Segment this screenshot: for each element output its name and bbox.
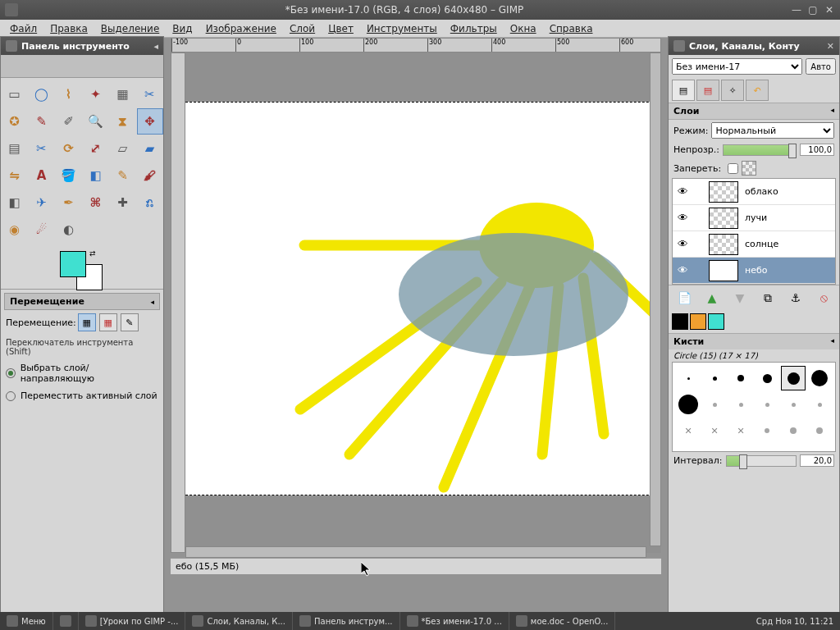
menu-view[interactable]: Вид <box>166 21 199 36</box>
auto-button[interactable]: Авто <box>806 58 836 75</box>
chevron-icon[interactable]: ◂ <box>830 336 834 347</box>
canvas-area[interactable] <box>185 52 661 553</box>
taskbar-show-desktop[interactable] <box>53 612 79 630</box>
tool-perspective-clone[interactable]: ⎌ <box>137 189 163 216</box>
brush-preset[interactable] <box>755 418 779 443</box>
blend-mode-select[interactable]: Нормальный <box>711 122 834 139</box>
brush-preset[interactable] <box>702 366 727 390</box>
fg-color-swatch[interactable] <box>60 251 86 277</box>
layer-item-облако[interactable]: 👁облако <box>673 179 835 205</box>
layer-thumbnail[interactable] <box>709 234 738 255</box>
brush-preset[interactable]: ✕ <box>676 418 701 443</box>
tool-align[interactable]: ▤ <box>2 135 28 162</box>
layer-thumbnail[interactable] <box>709 260 738 281</box>
layer-item-небо[interactable]: 👁небо <box>673 258 835 284</box>
chevron-icon[interactable]: ◂ <box>150 298 154 306</box>
tool-by-color-select[interactable]: ▦ <box>110 81 136 107</box>
raise-layer-button[interactable]: ▲ <box>703 289 721 307</box>
tool-ellipse-select[interactable]: ◯ <box>29 81 55 107</box>
taskbar-window-button[interactable]: [Уроки по GIMP -... <box>79 612 186 630</box>
delete-layer-button[interactable]: ⦸ <box>815 289 833 307</box>
menu-image[interactable]: Изображение <box>199 21 283 36</box>
taskbar-window-button[interactable]: *Без имени-17.0 ... <box>400 612 509 630</box>
lock-alpha-icon[interactable] <box>742 161 756 176</box>
tool-airbrush[interactable]: ✈ <box>29 189 55 216</box>
tool-pencil[interactable]: ✎ <box>110 162 136 189</box>
menu-windows[interactable]: Окна <box>504 21 543 36</box>
opacity-value[interactable]: 100,0 <box>800 144 834 156</box>
color-swatch[interactable] <box>690 313 706 330</box>
chevron-icon[interactable]: ◂ <box>830 106 834 116</box>
brush-preset[interactable] <box>702 392 727 417</box>
tool-foreground-select[interactable]: ✪ <box>2 108 28 135</box>
layer-item-лучи[interactable]: 👁лучи <box>673 205 835 231</box>
opacity-slider[interactable] <box>723 144 797 156</box>
menu-colors[interactable]: Цвет <box>322 21 360 36</box>
anchor-layer-button[interactable]: ⚓ <box>787 289 805 307</box>
menu-layer[interactable]: Слой <box>283 21 322 36</box>
tool-bucket-fill[interactable]: 🪣 <box>56 162 82 189</box>
tool-blur[interactable]: ◉ <box>2 217 28 243</box>
interval-slider[interactable] <box>726 455 797 467</box>
scrollbar-vertical[interactable] <box>650 52 661 546</box>
ruler-horizontal[interactable]: -1000100200300400500600 <box>171 38 661 52</box>
tool-scale[interactable]: ⤢ <box>83 135 109 162</box>
tool-rotate[interactable]: ⟳ <box>56 135 82 162</box>
tab-channels[interactable]: ▤ <box>696 80 719 101</box>
tool-smudge[interactable]: ☄ <box>29 217 55 243</box>
visibility-toggle-icon[interactable]: 👁 <box>673 185 692 198</box>
brush-preset[interactable] <box>807 418 832 443</box>
layer-name[interactable]: лучи <box>745 212 767 223</box>
new-layer-button[interactable]: 📄 <box>675 289 693 307</box>
tool-blend[interactable]: ◧ <box>83 162 109 189</box>
move-mode-selection-icon[interactable]: ▦ <box>99 313 117 331</box>
tool-rect-select[interactable]: ▭ <box>2 81 28 107</box>
scrollbar-horizontal[interactable] <box>185 546 646 558</box>
layers-dock-title[interactable]: Слои, Каналы, Конту ✕ <box>669 37 839 55</box>
taskbar-clock[interactable]: Срд Ноя 10, 11:21 <box>750 615 840 628</box>
tool-zoom[interactable]: 🔍 <box>83 108 109 135</box>
brush-preset[interactable] <box>807 392 832 417</box>
brush-preset[interactable] <box>676 366 701 390</box>
move-mode-layer-icon[interactable]: ▦ <box>78 313 96 331</box>
tool-measure[interactable]: ⧗ <box>110 108 136 135</box>
tool-fuzzy-select[interactable]: ✦ <box>83 81 109 107</box>
tool-text[interactable]: A <box>29 162 55 189</box>
swap-colors-icon[interactable]: ⇄ <box>89 249 96 258</box>
interval-value[interactable]: 20,0 <box>800 454 834 467</box>
layer-thumbnail[interactable] <box>709 181 738 203</box>
wilber-drop-area[interactable] <box>1 55 163 78</box>
taskbar-window-button[interactable]: Слои, Каналы, К... <box>185 612 293 630</box>
brush-preset[interactable] <box>781 418 806 443</box>
lower-layer-button[interactable]: ▼ <box>731 289 749 307</box>
tool-shear[interactable]: ▱ <box>110 135 136 162</box>
tool-scissors[interactable]: ✂ <box>137 81 163 107</box>
tool-flip[interactable]: ⇋ <box>2 162 28 189</box>
taskbar-window-button[interactable]: Панель инструм... <box>293 612 400 630</box>
tool-color-picker[interactable]: ✐ <box>56 108 82 135</box>
radio-move-active[interactable]: Переместить активный слой <box>4 387 160 404</box>
brush-preset[interactable] <box>807 366 832 390</box>
layer-name[interactable]: небо <box>745 265 767 276</box>
tool-perspective[interactable]: ▰ <box>137 135 163 162</box>
start-menu-button[interactable]: Меню <box>0 612 53 630</box>
menu-edit[interactable]: Правка <box>43 21 94 36</box>
menu-file[interactable]: Файл <box>3 21 43 36</box>
visibility-toggle-icon[interactable]: 👁 <box>673 212 692 224</box>
color-swatch[interactable] <box>708 313 724 330</box>
visibility-toggle-icon[interactable]: 👁 <box>673 238 692 250</box>
tab-layers[interactable]: ▤ <box>672 80 695 101</box>
tool-clone[interactable]: ⌘ <box>83 189 109 216</box>
brush-preset[interactable] <box>728 366 753 390</box>
brush-preset[interactable] <box>781 392 806 417</box>
brush-preset[interactable] <box>755 366 779 390</box>
radio-pick-layer[interactable]: Выбрать слой/направляющую <box>4 359 160 387</box>
duplicate-layer-button[interactable]: ⧉ <box>759 289 777 307</box>
layer-name[interactable]: солнце <box>745 239 778 249</box>
tool-ink[interactable]: ✒ <box>56 189 82 216</box>
tab-undo[interactable]: ↶ <box>746 80 769 101</box>
ruler-vertical[interactable] <box>171 52 185 553</box>
tool-heal[interactable]: ✚ <box>110 189 136 216</box>
brush-preset[interactable]: ✕ <box>728 418 753 443</box>
brush-preset[interactable]: ✕ <box>702 418 727 443</box>
